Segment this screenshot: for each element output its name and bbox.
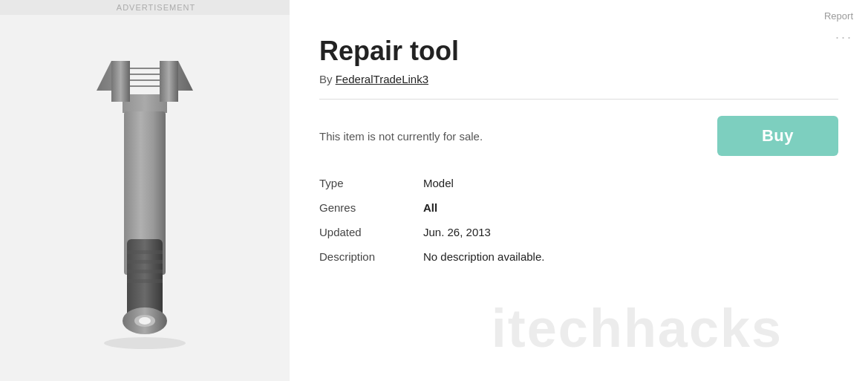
svg-rect-11	[127, 260, 163, 264]
author-link[interactable]: FederalTradeLink3	[336, 73, 428, 85]
description-value: No description available.	[423, 250, 838, 263]
main-card: ADVERTISEMENT	[0, 0, 868, 381]
ad-label: ADVERTISEMENT	[117, 3, 195, 12]
watermark: itechhacks	[492, 298, 783, 359]
more-options-button[interactable]: ···	[835, 30, 853, 45]
type-label: Type	[319, 177, 423, 189]
updated-value: Jun. 26, 2013	[423, 226, 838, 238]
page-wrapper: ADVERTISEMENT	[0, 0, 868, 381]
report-link[interactable]: Report	[824, 10, 853, 22]
svg-marker-1	[130, 61, 160, 94]
sale-status: This item is not currently for sale.	[319, 130, 483, 143]
svg-rect-2	[111, 61, 130, 102]
divider	[319, 99, 838, 100]
updated-label: Updated	[319, 226, 423, 238]
genres-value: All	[423, 201, 838, 214]
info-panel: Report ··· Repair tool By FederalTradeLi…	[290, 0, 868, 381]
svg-rect-13	[127, 279, 163, 283]
svg-rect-10	[127, 250, 163, 254]
image-panel: ADVERTISEMENT	[0, 0, 290, 381]
buy-button[interactable]: Buy	[717, 116, 838, 156]
ad-bar: ADVERTISEMENT	[0, 0, 312, 15]
svg-point-16	[139, 317, 151, 325]
description-label: Description	[319, 250, 423, 263]
genres-label: Genres	[319, 201, 423, 214]
sale-row: This item is not currently for sale. Buy	[319, 116, 838, 156]
tool-image	[71, 53, 219, 351]
item-title: Repair tool	[319, 36, 838, 67]
details-table: Type Model Genres All Updated Jun. 26, 2…	[319, 177, 838, 263]
svg-rect-12	[127, 270, 163, 273]
item-author: By FederalTradeLink3	[319, 73, 838, 85]
type-value: Model	[423, 177, 838, 189]
author-prefix: By	[319, 73, 333, 85]
svg-point-17	[104, 337, 186, 349]
svg-rect-3	[160, 61, 178, 102]
